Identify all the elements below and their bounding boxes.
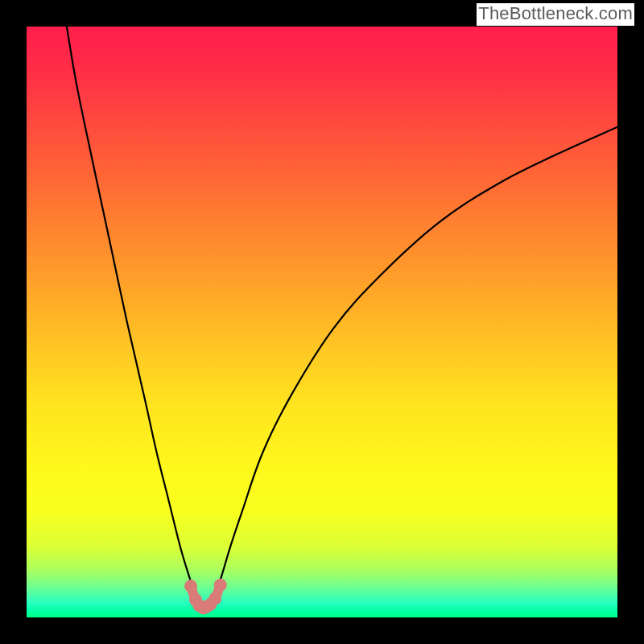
- bottleneck-curve-line: [67, 27, 617, 607]
- highlight-dot: [208, 592, 221, 605]
- chart-stage: TheBottleneck.com: [0, 0, 644, 644]
- highlight-dot: [184, 580, 197, 592]
- highlight-dot: [214, 579, 227, 592]
- plot-area: [27, 27, 617, 617]
- watermark-label: TheBottleneck.com: [477, 3, 634, 26]
- chart-svg: [27, 27, 617, 617]
- highlight-dots-group: [184, 579, 227, 615]
